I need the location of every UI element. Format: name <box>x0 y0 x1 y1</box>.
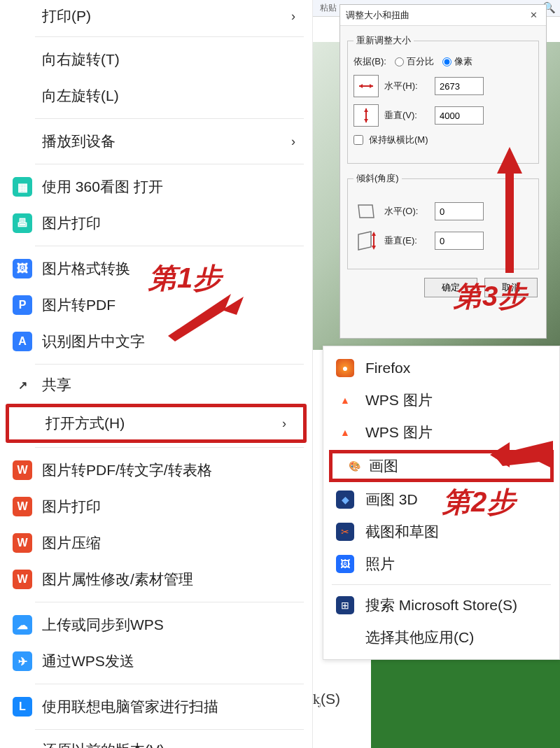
app-icon-360: ▦ <box>13 177 32 197</box>
separator <box>35 729 304 730</box>
sub-label: Firefox <box>365 360 410 376</box>
svg-marker-2 <box>370 84 373 88</box>
ctx-restore[interactable]: 还原以前的版本(V) <box>0 734 312 748</box>
ctx-label: 向右旋转(T) <box>42 50 120 69</box>
ocr-icon: A <box>13 332 32 351</box>
resize-fieldset: 重新调整大小 依据(B): 百分比 像素 水平(H): 垂直(V): 保持纵横比… <box>347 34 539 164</box>
h-label: 水平(H): <box>384 80 429 92</box>
radio-percent-input[interactable] <box>395 57 404 66</box>
lenovo-icon: L <box>13 697 32 717</box>
paste-label: 粘贴 <box>320 2 337 14</box>
separator <box>35 36 304 37</box>
cloud-icon: ☁ <box>13 615 32 635</box>
sub-label: 画图 3D <box>365 490 418 509</box>
chevron-right-icon: › <box>282 416 286 431</box>
wps-icon: W <box>13 497 32 516</box>
skew-v-label: 垂直(E): <box>384 234 429 247</box>
vertical-arrows-icon <box>354 104 379 127</box>
ctx-label: 图片压缩 <box>42 533 101 553</box>
ctx-wps-upload[interactable]: ☁上传或同步到WPS <box>0 607 312 643</box>
ctx-label: 图片转PDF <box>42 295 115 315</box>
ctx-label: 打印(P) <box>42 6 91 26</box>
ctx-print[interactable]: 打印(P)› <box>0 0 312 32</box>
skew-legend: 倾斜(角度) <box>354 172 402 185</box>
ctx-open-360[interactable]: ▦使用 360看图 打开 <box>0 169 312 205</box>
sub-firefox[interactable]: ●Firefox <box>323 352 559 384</box>
sub-label: 画图 <box>369 456 398 476</box>
wps-icon: W <box>13 533 32 553</box>
ctx-label: 共享 <box>42 375 71 395</box>
mspaint-icon: 🎨 <box>345 457 363 475</box>
sub-snip[interactable]: ✂截图和草图 <box>323 516 559 548</box>
chevron-right-icon: › <box>291 9 295 24</box>
v-input[interactable] <box>435 106 484 125</box>
ctx-label: 上传或同步到WPS <box>42 615 164 635</box>
ctx-wps-compress[interactable]: W图片压缩 <box>0 525 312 561</box>
ctx-lenovo[interactable]: L使用联想电脑管家进行扫描 <box>0 689 312 725</box>
ctx-cast[interactable]: 播放到设备› <box>0 123 312 160</box>
radio-percent[interactable]: 百分比 <box>395 55 434 68</box>
separator <box>332 584 551 585</box>
svg-marker-6 <box>358 205 374 218</box>
radio-label: 像素 <box>454 55 472 68</box>
ctx-wps-attr[interactable]: W图片属性修改/素材管理 <box>0 561 312 598</box>
skew-v-icon <box>354 230 379 252</box>
pdf-icon: P <box>13 295 32 315</box>
close-icon[interactable]: ✕ <box>526 10 540 20</box>
resize-legend: 重新调整大小 <box>354 34 414 47</box>
ctx-rotate-right[interactable]: 向右旋转(T) <box>0 41 312 78</box>
ctx-label: 图片打印 <box>42 497 101 516</box>
ctx-share[interactable]: ↗共享 <box>0 369 312 401</box>
skew-v-input[interactable] <box>435 232 484 250</box>
open-with-submenu: ●Firefox ▲WPS 图片 ▲WPS 图片 🎨画图 ◆画图 3D ✂截图和… <box>323 346 560 660</box>
svg-marker-1 <box>359 84 363 88</box>
by-row: 依据(B): 百分比 像素 <box>354 55 533 68</box>
share-icon: ↗ <box>13 375 32 395</box>
ctx-wps-convert[interactable]: W图片转PDF/转文字/转表格 <box>0 452 312 488</box>
ctx-pic-print[interactable]: 🖶图片打印 <box>0 205 312 241</box>
keep-ratio-row[interactable]: 保持纵横比(M) <box>354 134 533 146</box>
firefox-icon: ● <box>336 359 354 377</box>
cut-off-text: ᶄ(S) <box>313 691 340 707</box>
ctx-label: 播放到设备 <box>42 132 115 151</box>
keep-ratio-checkbox[interactable] <box>354 135 363 145</box>
sub-photos[interactable]: 🖼照片 <box>323 548 559 580</box>
separator <box>35 164 304 164</box>
skew-fieldset: 倾斜(角度) 水平(O): 垂直(E): <box>347 172 539 269</box>
sub-label: 搜索 Microsoft Store(S) <box>365 595 517 615</box>
ctx-open-with[interactable]: 打开方式(H)› <box>6 404 307 443</box>
context-menu: 打印(P)› 向右旋转(T) 向左旋转(L) 播放到设备› ▦使用 360看图 … <box>0 0 313 748</box>
ctx-label: 通过WPS发送 <box>42 651 134 671</box>
ctx-wps-print[interactable]: W图片打印 <box>0 488 312 525</box>
ctx-ocr[interactable]: A识别图片中文字 <box>0 323 312 360</box>
sub-label: WPS 图片 <box>365 423 433 442</box>
sub-paint[interactable]: 🎨画图 <box>329 450 554 482</box>
wps-pic-icon: ▲ <box>336 423 354 442</box>
wps-icon: W <box>13 460 32 480</box>
skew-h-label: 水平(O): <box>384 205 429 218</box>
radio-pixel-input[interactable] <box>442 57 451 66</box>
dialog-titlebar[interactable]: 调整大小和扭曲 ✕ <box>340 5 546 26</box>
radio-label: 百分比 <box>407 55 434 68</box>
sub-paint3d[interactable]: ◆画图 3D <box>323 484 559 516</box>
skew-h-input[interactable] <box>435 202 484 220</box>
printer-icon: 🖶 <box>13 213 32 233</box>
sub-wps1[interactable]: ▲WPS 图片 <box>323 384 559 416</box>
sub-choose[interactable]: 选择其他应用(C) <box>323 621 559 654</box>
separator <box>35 118 304 119</box>
ctx-rotate-left[interactable]: 向左旋转(L) <box>0 78 312 114</box>
ctx-wps-send[interactable]: ✈通过WPS发送 <box>0 643 312 679</box>
h-input[interactable] <box>435 77 484 95</box>
sub-wps2[interactable]: ▲WPS 图片 <box>323 416 559 449</box>
ctx-label: 识别图片中文字 <box>42 332 145 351</box>
sub-store[interactable]: ⊞搜索 Microsoft Store(S) <box>323 589 559 621</box>
wps-icon: W <box>13 570 32 589</box>
ctx-label: 图片转PDF/转文字/转表格 <box>42 460 212 480</box>
svg-marker-5 <box>364 119 368 122</box>
skew-h-icon <box>354 200 379 223</box>
paint3d-icon: ◆ <box>336 491 354 509</box>
ctx-label: 使用 360看图 打开 <box>42 177 163 197</box>
wps-pic-icon: ▲ <box>336 391 354 409</box>
send-icon: ✈ <box>13 651 32 671</box>
radio-pixel[interactable]: 像素 <box>442 55 472 68</box>
